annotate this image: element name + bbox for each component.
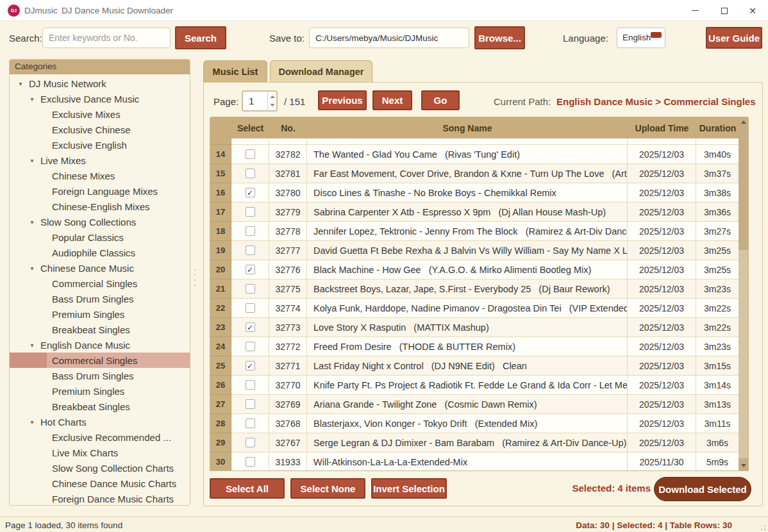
select-cell [231,203,269,222]
row-number: 29 [210,433,231,453]
expand-arrow-icon[interactable]: ▾ [28,157,37,164]
user-guide-button[interactable]: User Guide [706,27,762,49]
expand-arrow-icon[interactable]: ▾ [28,96,37,103]
maximize-button[interactable] [710,0,739,21]
sidebar-item[interactable]: Commercial Singles [10,353,190,368]
row-checkbox[interactable]: ✓ [246,188,255,197]
song-name: Love Story X Rasputin (MATTIX Mashup) [307,318,628,337]
sidebar-item[interactable]: ▾DJ Music Network [10,76,190,91]
resize-grip[interactable] [758,522,765,530]
minimize-button[interactable] [681,0,709,21]
download-selected-button[interactable]: Download Selected [654,477,751,501]
browse-button[interactable]: Browse... [474,26,525,49]
scroll-down-icon[interactable] [739,461,748,470]
scroll-up-icon[interactable] [739,117,748,127]
sidebar-item[interactable]: Live Mix Charts [10,445,190,460]
select-none-button[interactable]: Select None [290,478,365,499]
sidebar-item[interactable]: Foreign Dance Music Charts [10,491,190,506]
expand-arrow-icon[interactable]: ▾ [28,265,37,272]
upload-time: 2025/12/03 [628,337,696,356]
row-checkbox[interactable] [246,149,255,159]
sidebar-item[interactable]: Bass Drum Singles [10,368,190,383]
next-page-button[interactable]: Next [372,90,412,110]
row-checkbox[interactable]: ✓ [246,322,255,332]
tab-music-list[interactable]: Music List [203,60,267,83]
expand-arrow-icon[interactable]: ▾ [28,342,37,349]
save-path-input[interactable] [309,28,469,48]
select-cell [231,433,269,453]
sidebar-item[interactable]: Foreign Language Mixes [10,183,190,199]
sidebar-item[interactable]: ▾Exclusive Dance Music [10,91,190,106]
table-row: 1832778Jennifer Lopez, Tektronic - Jenny… [210,222,748,241]
table-scrollbar[interactable] [739,117,748,470]
row-checkbox[interactable] [246,284,255,294]
sidebar-item[interactable]: Chinese Mixes [10,168,190,183]
upload-time: 2025/12/03 [628,318,696,337]
sidebar-item[interactable]: Popular Classics [10,229,190,245]
row-checkbox[interactable] [246,457,255,467]
row-checkbox[interactable] [246,399,255,409]
sidebar-item[interactable]: ▾Hot Charts [10,414,190,429]
sidebar-item[interactable]: Slow Song Collection Charts [10,460,190,476]
sidebar-item[interactable]: Exclusive Mixes [10,106,190,122]
upload-time: 2025/12/03 [628,395,696,414]
duration: 3m25s [696,241,739,260]
sidebar-item[interactable]: Premium Singles [10,306,190,322]
sidebar-item[interactable]: Chinese-English Mixes [10,199,190,214]
sidebar-item-label: Hot Charts [40,417,87,428]
row-checkbox[interactable]: ✓ [246,361,255,370]
sidebar-item[interactable]: Chinese Dance Music Charts [10,476,190,491]
row-checkbox[interactable]: ✓ [246,265,255,274]
sidebar-item[interactable]: Commercial Singles [10,276,190,291]
sidebar-item[interactable]: Bass Drum Singles [10,291,190,306]
song-number: 32777 [269,241,307,260]
categories-sidebar: Categories ▾DJ Music Network▾Exclusive D… [9,59,190,506]
row-checkbox[interactable] [246,169,255,178]
dropdown-mark-icon [651,32,662,38]
sidebar-item[interactable]: Exclusive English [10,137,190,153]
expand-arrow-icon[interactable]: ▾ [16,80,25,87]
sidebar-item[interactable]: Breakbeat Singles [10,399,190,414]
sidebar-item[interactable]: ▾Live Mixes [10,153,190,168]
sidebar-item[interactable]: ▾Slow Song Collections [10,214,190,229]
invert-selection-button[interactable]: Invert Selection [371,478,447,499]
sidebar-item-label: Commercial Singles [52,278,137,289]
go-page-button[interactable]: Go [421,90,460,110]
row-checkbox[interactable] [246,419,255,428]
expand-arrow-icon[interactable]: ▾ [28,419,37,426]
row-checkbox[interactable] [246,245,255,255]
close-button[interactable]: ✕ [739,0,767,21]
search-input[interactable] [42,28,171,48]
previous-page-button[interactable]: Previous [318,90,367,110]
sidebar-item[interactable]: Breakbeat Singles [10,322,190,337]
scrollbar-thumb[interactable] [739,250,748,458]
sidebar-item[interactable]: ▾Chinese Dance Music [10,260,190,276]
row-checkbox[interactable] [246,226,255,236]
sidebar-item[interactable]: ▾English Dance Music [10,337,190,353]
page-number-input[interactable] [242,90,278,112]
row-checkbox[interactable] [246,342,255,351]
splitter-handle[interactable] [194,269,197,286]
row-checkbox[interactable] [246,438,255,447]
sidebar-item[interactable]: Exclusive Chinese [10,122,190,137]
row-checkbox[interactable] [246,207,255,217]
select-cell [231,241,269,260]
sidebar-item[interactable]: Audiophile Classics [10,245,190,260]
sidebar-item[interactable]: Premium Singles [10,383,190,399]
select-all-button[interactable]: Select All [210,478,285,499]
page-label: Page: [213,96,238,107]
row-checkbox[interactable] [246,380,255,390]
title-bar: DJ DJmusic DJ Dance Music Downloader ✕ [0,0,768,21]
expand-arrow-icon[interactable]: ▾ [28,219,37,226]
page-spinner[interactable] [267,92,276,110]
tab-download-manager[interactable]: Download Manager [270,60,372,83]
search-button[interactable]: Search [175,26,226,49]
row-checkbox[interactable] [246,303,255,313]
sidebar-item[interactable]: Exclusive Recommended ... [10,429,190,445]
table-row: 2132775Backstreet Boys, Lazar, Jape, S.F… [210,279,748,299]
spinner-up-icon [270,96,275,98]
table-body: 1432782The Wanted - Glad You Came (Rivas… [210,138,748,471]
table-row: 23✓32773Love Story X Rasputin (MATTIX Ma… [210,318,748,337]
page-number-field[interactable] [243,92,267,110]
language-select[interactable]: English [617,28,665,48]
